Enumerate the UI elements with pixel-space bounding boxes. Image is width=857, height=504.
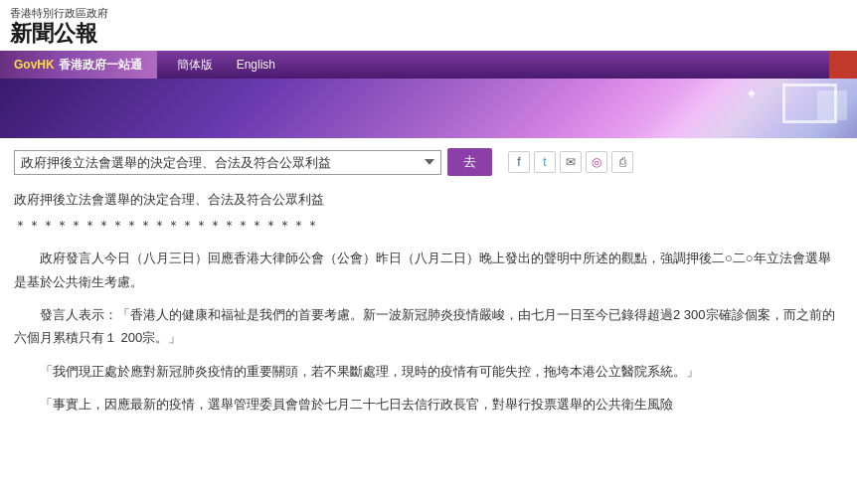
- article-body: 政府發言人今日（八月三日）回應香港大律師公會（公會）昨日（八月二日）晚上發出的聲…: [14, 247, 843, 416]
- header: 香港特別行政區政府 新聞公報: [0, 0, 857, 51]
- search-bar: 政府押後立法會選舉的決定合理、合法及符合公眾利益 去 f t ✉ ◎ ⎙: [14, 148, 843, 176]
- nav-right-block: [829, 51, 857, 79]
- nav-links: 簡体版 English: [157, 51, 295, 79]
- nav-right-square: [829, 51, 857, 79]
- nav-english[interactable]: English: [227, 54, 285, 76]
- paragraph-3: 「我們現正處於應對新冠肺炎疫情的重要關頭，若不果斷處理，現時的疫情有可能失控，拖…: [14, 360, 843, 383]
- header-title: 新聞公報: [10, 21, 847, 47]
- header-subtitle: 香港特別行政區政府: [10, 6, 847, 21]
- email-icon[interactable]: ✉: [560, 151, 582, 173]
- social-icons: f t ✉ ◎ ⎙: [508, 151, 633, 173]
- facebook-icon[interactable]: f: [508, 151, 530, 173]
- go-button[interactable]: 去: [447, 148, 492, 176]
- article-stars: ＊＊＊＊＊＊＊＊＊＊＊＊＊＊＊＊＊＊＊＊＊＊: [14, 217, 843, 235]
- article-select[interactable]: 政府押後立法會選舉的決定合理、合法及符合公眾利益: [14, 150, 441, 175]
- paragraph-4: 「事實上，因應最新的疫情，選舉管理委員會曾於七月二十七日去信行政長官，對舉行投票…: [14, 393, 843, 416]
- govhk-label: GovHK: [14, 58, 55, 72]
- article-title: 政府押後立法會選舉的決定合理、合法及符合公眾利益: [14, 190, 843, 211]
- content-area: 政府押後立法會選舉的決定合理、合法及符合公眾利益 去 f t ✉ ◎ ⎙ 政府押…: [0, 138, 857, 435]
- paragraph-2: 發言人表示：「香港人的健康和福祉是我們的首要考慮。新一波新冠肺炎疫情嚴峻，由七月…: [14, 303, 843, 350]
- twitter-icon[interactable]: t: [534, 151, 556, 173]
- nav-bar: GovHK 香港政府一站通 簡体版 English: [0, 51, 857, 79]
- paragraph-1: 政府發言人今日（八月三日）回應香港大律師公會（公會）昨日（八月二日）晚上發出的聲…: [14, 247, 843, 293]
- nav-simplified[interactable]: 簡体版: [167, 53, 223, 78]
- print-icon[interactable]: ⎙: [611, 151, 633, 173]
- banner-sparkle: ✦: [745, 84, 758, 103]
- nav-govhk[interactable]: GovHK 香港政府一站通: [0, 51, 157, 79]
- banner: ✦: [0, 79, 857, 138]
- banner-rect2: [817, 90, 847, 120]
- govhk-subtitle: 香港政府一站通: [59, 57, 142, 74]
- banner-shapes: ✦: [738, 79, 857, 138]
- instagram-icon[interactable]: ◎: [586, 151, 607, 173]
